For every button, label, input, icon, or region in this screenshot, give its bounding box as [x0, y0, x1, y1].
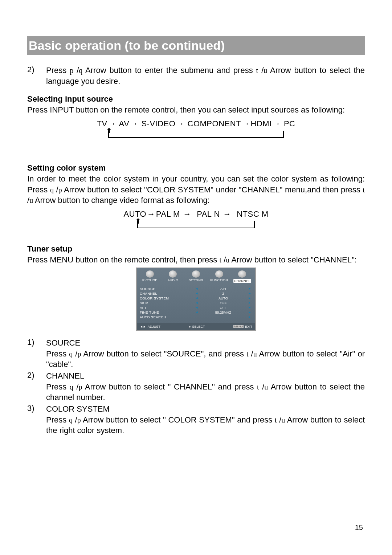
right-arrow-icon[interactable]: ► — [247, 287, 252, 290]
left-arrow-icon[interactable]: ◄ — [194, 296, 199, 300]
step-text: Press p /q Arrow button to enter the sub… — [46, 65, 365, 86]
item-title: SOURCE — [46, 338, 365, 348]
picture-icon — [146, 270, 154, 278]
osd-tab-setting[interactable]: SETTING — [184, 270, 208, 283]
right-arrow-icon[interactable]: ► — [247, 310, 252, 314]
item-source: 1) SOURCE Press q /p Arrow button to sel… — [27, 338, 365, 370]
section-banner: Basic operation (to be continued) — [27, 36, 365, 55]
osd-footer-adjust: ◄►ADJUST — [140, 325, 160, 328]
input-source-chain: TV→ AV→ S-VIDEO→ COMPONENT→HDMI→ PC — [27, 119, 365, 128]
channel-icon — [238, 270, 246, 278]
heading-select-input: Selecting input source — [27, 94, 365, 104]
left-arrow-icon[interactable]: ◄ — [194, 287, 199, 290]
setting-icon — [192, 270, 200, 278]
osd-row-aft[interactable]: AFT ◄OFF► — [140, 305, 252, 310]
step-2: 2) Press p /q Arrow button to enter the … — [27, 65, 365, 86]
osd-tab-audio[interactable]: AUDIO — [162, 270, 185, 283]
right-arrow-icon[interactable]: ► — [247, 306, 252, 309]
osd-row-auto-search[interactable]: AUTO SEARCH ◄► — [140, 315, 252, 319]
osd-row-color-system[interactable]: COLOR SYSTEM ◄AUTO► — [140, 296, 252, 301]
osd-body: SOURCE ◄AIR► CHANNEL ◄2► COLOR SYSTEM ◄A… — [137, 284, 255, 323]
osd-row-fine-tune[interactable]: FINE TUNE ◄55.25MHZ► — [140, 310, 252, 315]
osd-row-channel[interactable]: CHANNEL ◄2► — [140, 291, 252, 296]
step-number: 2) — [27, 65, 46, 86]
right-arrow-icon[interactable]: ► — [247, 301, 252, 305]
right-arrow-icon[interactable]: ► — [247, 296, 252, 300]
osd-tab-channel[interactable]: CHANNEL — [230, 270, 254, 283]
osd-tab-function[interactable]: FUNCTION — [208, 270, 231, 283]
item-channel: 2) CHANNEL Press q /p Arrow button to se… — [27, 371, 365, 403]
osd-menu: PICTURE AUDIO SETTING FUNCTION CHANNEL S… — [136, 268, 256, 331]
item-body: Press q /p Arrow button to select "SOURC… — [46, 348, 365, 370]
osd-footer-exit: MENUEXIT — [233, 325, 252, 328]
function-icon — [215, 270, 223, 278]
right-arrow-icon[interactable]: ► — [247, 315, 252, 319]
left-arrow-icon[interactable]: ◄ — [194, 310, 199, 314]
left-arrow-icon[interactable]: ◄ — [194, 301, 199, 305]
heading-tuner-setup: Tuner setup — [27, 244, 365, 254]
ud-arrow-icon: ♦ — [189, 325, 191, 328]
right-arrow-icon[interactable]: ► — [247, 291, 252, 295]
osd-footer-select: ♦SELECT — [189, 325, 205, 328]
audio-icon — [169, 270, 177, 278]
osd-tab-bar: PICTURE AUDIO SETTING FUNCTION CHANNEL — [137, 268, 255, 284]
item-title: COLOR SYSTEM — [46, 404, 365, 415]
lr-arrow-icon: ◄► — [140, 325, 146, 328]
color-system-chain: AUTO→PAL M → PAL N → NTSC M — [27, 209, 365, 219]
item-color-system: 3) COLOR SYSTEM Press q /p Arrow button … — [27, 404, 365, 436]
item-body: Press q /p Arrow button to select " COLO… — [46, 415, 365, 436]
osd-row-skip[interactable]: SKIP ◄OFF► — [140, 301, 252, 305]
color-loop-arrow: ⬆ — [134, 221, 258, 233]
select-input-intro: Press INPUT button on the remote control… — [27, 105, 365, 115]
left-arrow-icon[interactable]: ◄ — [194, 306, 199, 309]
page-number: 15 — [355, 523, 363, 532]
left-arrow-icon[interactable]: ◄ — [194, 291, 199, 295]
osd-tab-picture[interactable]: PICTURE — [138, 270, 162, 283]
up-arrow-icon: ⬆ — [106, 126, 112, 135]
heading-color-system: Setting color system — [27, 163, 365, 173]
color-system-intro: In order to meet the color system in you… — [27, 174, 365, 206]
tuner-intro: Press MENU button on the remote control,… — [27, 254, 365, 265]
osd-row-source[interactable]: SOURCE ◄AIR► — [140, 286, 252, 291]
item-body: Press q /p Arrow button to select " CHAN… — [46, 381, 365, 403]
osd-footer: ◄►ADJUST ♦SELECT MENUEXIT — [137, 323, 255, 330]
item-title: CHANNEL — [46, 371, 365, 381]
up-arrow-icon: ⬆ — [135, 217, 141, 225]
input-loop-arrow: ⬆ — [105, 131, 287, 143]
menu-badge: MENU — [233, 325, 244, 328]
